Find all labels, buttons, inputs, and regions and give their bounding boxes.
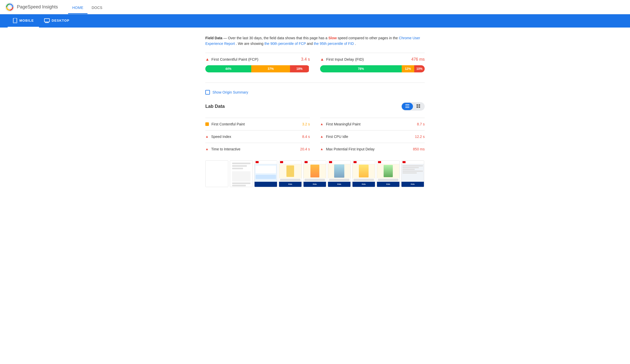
origin-summary-checkbox[interactable] [205,90,210,95]
screenshot-strip: Kids Kids [205,160,425,190]
fid-value: 476 ms [411,57,425,62]
screenshot-thumb-9[interactable]: Kids [401,160,424,187]
fcp-value: 3.4 s [301,57,310,62]
screenshot-thumb-8[interactable]: Kids [377,160,400,187]
screenshot-thumb-4[interactable]: Kids [279,160,302,187]
svg-rect-13 [417,106,418,108]
slow-badge: Slow [328,36,337,40]
screenshot-thumb-5[interactable]: Kids [303,160,326,187]
divider [205,83,425,83]
fcp-seg-red: 18% [290,65,309,72]
screenshot-thumb-6[interactable]: Kids [328,160,351,187]
device-bar: MOBILE DESKTOP [0,14,630,28]
mobile-icon [13,18,17,23]
origin-summary-label[interactable]: Show Origin Summary [212,90,248,94]
fid-seg-orange: 12% [402,65,414,72]
fid-metric-card: ▲ First Input Delay (FID) 476 ms 78% 12%… [320,53,425,76]
svg-rect-14 [419,106,420,108]
desktop-icon [44,18,50,23]
pagespeed-logo [5,3,14,12]
fcp-metric-card: ▲ First Contentful Paint (FCP) 3.4 s 44%… [205,53,310,76]
fcp-progress-bar: 44% 37% 18% [205,65,310,72]
lab-fci-row: ▲ First CPU Idle 12.2 s [320,130,425,143]
fid-progress-bar: 78% 12% 10% [320,65,425,72]
si-name: Speed Index [211,135,231,139]
fmp-value: 8.7 s [417,122,425,126]
screenshot-thumb-3[interactable] [254,160,277,187]
app-title: PageSpeed Insights [17,4,58,10]
lab-data-header: Lab Data [205,102,425,113]
origin-summary-row[interactable]: Show Origin Summary [205,88,425,95]
svg-rect-10 [405,107,409,108]
fmp-name: First Meaningful Paint [326,122,360,126]
nav-tab-home[interactable]: HOME [68,6,87,14]
desktop-tab[interactable]: DESKTOP [39,14,75,28]
mpfid-name: Max Potential First Input Delay [326,147,375,151]
screenshot-thumb-1[interactable] [205,160,228,187]
fci-triangle-icon: ▲ [320,135,323,138]
mobile-tab[interactable]: MOBILE [8,14,39,28]
fcp-lab-name: First Contentful Paint [211,122,245,126]
svg-rect-12 [419,104,420,106]
screenshot-thumb-7[interactable]: Kids [352,160,375,187]
fid-link[interactable]: the 95th percentile of FID [314,42,354,46]
svg-rect-11 [417,104,418,106]
fcp-title: First Contentful Paint (FCP) [211,57,258,61]
field-data-label: Field Data [205,36,222,40]
fcp-lab-value: 3.2 s [302,122,310,126]
tti-value: 20.4 s [300,147,310,151]
si-triangle-icon: ▲ [205,135,209,138]
main-content: Field Data — Over the last 30 days, the … [200,35,430,190]
lab-si-row: ▲ Speed Index 8.4 s [205,130,310,143]
svg-rect-3 [15,22,16,23]
grid-view-button[interactable] [413,103,424,110]
logo-area: PageSpeed Insights [5,3,58,12]
svg-rect-8 [405,104,409,105]
fid-header: ▲ First Input Delay (FID) 476 ms [320,57,425,62]
fid-triangle-icon: ▲ [320,57,324,62]
fcp-seg-orange: 37% [251,65,290,72]
fcp-lab-square-icon [205,122,209,126]
tti-name: Time to Interactive [211,147,241,151]
lab-data-title: Lab Data [205,104,225,109]
svg-rect-9 [405,106,409,106]
lab-metrics-grid: First Contentful Paint 3.2 s ▲ First Mea… [205,118,425,155]
fid-seg-green: 78% [320,65,402,72]
fmp-triangle-icon: ▲ [320,122,323,126]
fcp-triangle-icon: ▲ [205,57,209,62]
grid-icon [417,104,421,108]
fcp-seg-green: 44% [205,65,251,72]
field-data-description: Field Data — Over the last 30 days, the … [205,35,425,47]
fid-seg-red: 10% [414,65,425,72]
fcp-header: ▲ First Contentful Paint (FCP) 3.4 s [205,57,310,62]
screenshot-thumb-2[interactable] [230,160,253,187]
mpfid-value: 850 ms [413,147,425,151]
si-value: 8.4 s [302,135,310,139]
fci-name: First CPU Idle [326,135,348,139]
fid-title: First Input Delay (FID) [326,57,364,61]
field-data-middle: — Over the last 30 days, the field data … [223,36,329,40]
field-metrics-grid: ▲ First Contentful Paint (FCP) 3.4 s 44%… [205,53,425,76]
lab-tti-row: ▲ Time to Interactive 20.4 s [205,143,310,155]
nav-tabs: HOME DOCS [68,0,106,14]
view-toggle[interactable] [401,102,425,111]
svg-rect-4 [44,19,49,22]
list-view-button[interactable] [402,103,413,110]
list-icon [405,104,409,108]
lab-fcp-row: First Contentful Paint 3.2 s [205,118,310,130]
lab-fmp-row: ▲ First Meaningful Paint 8.7 s [320,118,425,130]
lab-mpfid-row: ▲ Max Potential First Input Delay 850 ms [320,143,425,155]
nav-tab-docs[interactable]: DOCS [87,6,106,14]
top-nav: PageSpeed Insights HOME DOCS [0,0,630,14]
fci-value: 12.2 s [415,135,425,139]
tti-triangle-icon: ▲ [205,147,209,151]
mpfid-triangle-icon: ▲ [320,147,323,151]
fcp-link[interactable]: the 90th percentile of FCP [264,42,306,46]
svg-point-1 [8,6,11,8]
